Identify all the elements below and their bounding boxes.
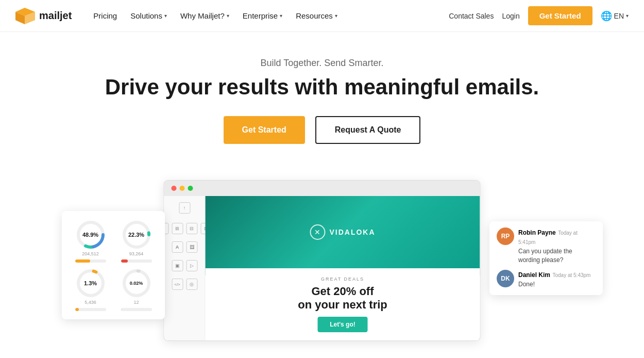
hero-section: Build Together. Send Smarter. Drive your… <box>0 32 644 180</box>
email-preview-area: ✕ VIDALOKA GREAT DEALS Get 20% off on yo… <box>206 196 480 340</box>
stat-click-rate: 22.3% 93,264 <box>116 219 157 263</box>
stat4-value: 0.02% <box>130 281 143 286</box>
hero-request-quote-button[interactable]: Request A Quote <box>315 116 421 144</box>
chat-bubble-2: Daniel Kim Today at 5:43pm Done! <box>518 270 596 289</box>
stat2-sub: 93,264 <box>129 251 144 256</box>
chat-text-2: Done! <box>518 280 596 289</box>
stat4-sub: 12 <box>133 300 139 305</box>
stat1-bar <box>75 259 106 263</box>
hero-title: Drive your results with meaningful email… <box>10 75 634 100</box>
stat-open-rate: 48.9% 204,512 <box>70 219 111 263</box>
stat-bounce-rate: 1.3% 5,436 <box>70 268 111 311</box>
deal-label: GREAT DEALS <box>321 276 364 282</box>
stat1-bar-fill <box>75 259 90 263</box>
tool-code-icon[interactable]: </> <box>172 279 183 290</box>
nav-enterprise[interactable]: Enterprise ▾ <box>238 7 287 24</box>
stat2-value: 22.3% <box>128 232 144 238</box>
tool-button-icon[interactable]: ▣ <box>172 260 183 271</box>
solutions-dropdown-arrow: ▾ <box>164 13 167 19</box>
screenshots-area: 48.9% 204,512 22.3% 93,264 <box>0 180 644 350</box>
stat1-value: 48.9% <box>82 232 98 238</box>
tool-social-icon[interactable]: ◎ <box>186 279 197 290</box>
vidaloka-email-header: ✕ VIDALOKA <box>206 196 480 268</box>
stat2-bar <box>121 259 152 263</box>
stat-unsub-rate: 0.02% 12 <box>116 268 157 311</box>
language-dropdown-arrow: ▾ <box>626 13 629 19</box>
chat-widget: RP Robin Payne Today at 5:41pm Can you u… <box>489 221 603 295</box>
stat3-bar <box>75 308 106 311</box>
tool-row-2: A 🖼 <box>172 241 197 253</box>
browser-dot-yellow <box>180 186 185 191</box>
logo-text: mailjet <box>39 10 72 22</box>
nav-pricing[interactable]: Pricing <box>88 7 122 24</box>
logo[interactable]: mailjet <box>15 8 72 24</box>
main-nav: Pricing Solutions ▾ Why Mailjet? ▾ Enter… <box>88 7 449 24</box>
chat-message-1: RP Robin Payne Today at 5:41pm Can you u… <box>497 227 596 265</box>
vidaloka-icon: ✕ <box>310 224 325 240</box>
hero-subtitle: Build Together. Send Smarter. <box>10 58 634 69</box>
enterprise-dropdown-arrow: ▾ <box>280 13 282 19</box>
tool-grid2-icon[interactable]: ⊞ <box>172 223 183 234</box>
chat-avatar-dk: DK <box>497 270 514 287</box>
analytics-card: 48.9% 204,512 22.3% 93,264 <box>62 211 165 319</box>
chat-text-1: Can you update the wording please? <box>518 247 596 265</box>
why-mailjet-dropdown-arrow: ▾ <box>227 13 229 19</box>
browser-bar <box>164 181 480 196</box>
tool-row-3: ▣ ▷ <box>172 260 197 271</box>
vidaloka-brand-name: VIDALOKA <box>329 228 375 236</box>
email-editor-sidebar: ↑ ☐ ⊞ ⊟ ⊠ A 🖼 ▣ ▷ </> ◎ <box>164 196 206 340</box>
header-get-started-button[interactable]: Get Started <box>528 6 592 25</box>
tool-image-icon[interactable]: 🖼 <box>186 241 197 253</box>
browser-dot-red <box>172 186 177 191</box>
hero-get-started-button[interactable]: Get Started <box>224 116 305 144</box>
stat2-bar-fill <box>121 259 128 263</box>
stat1-sub: 204,512 <box>82 251 99 256</box>
tool-row-4: </> ◎ <box>172 279 197 290</box>
chat-avatar-rp: RP <box>497 227 514 245</box>
stat4-bar <box>121 308 152 311</box>
stat3-value: 1.3% <box>84 280 97 286</box>
tool-text-icon[interactable]: A <box>172 241 183 253</box>
tool-upload-icon[interactable]: ↑ <box>179 202 190 214</box>
email-preview-content: ✕ VIDALOKA GREAT DEALS Get 20% off on yo… <box>206 196 480 340</box>
browser-content: ↑ ☐ ⊞ ⊟ ⊠ A 🖼 ▣ ▷ </> ◎ <box>164 196 480 340</box>
login-button[interactable]: Login <box>502 12 519 20</box>
stat3-sub: 5,436 <box>84 300 96 305</box>
vidaloka-logo: ✕ VIDALOKA <box>310 224 375 240</box>
browser-dot-green <box>188 186 193 191</box>
stat3-bar-fill <box>75 308 79 311</box>
chat-name-2: Daniel Kim Today at 5:43pm <box>518 270 596 279</box>
deal-cta-button[interactable]: Let's go! <box>317 317 368 332</box>
contact-sales-link[interactable]: Contact Sales <box>449 12 494 20</box>
tool-row-1: ☐ ⊞ ⊟ ⊠ <box>164 223 212 234</box>
stat4-bar-fill <box>121 308 122 311</box>
main-header: mailjet Pricing Solutions ▾ Why Mailjet?… <box>0 0 644 32</box>
nav-why-mailjet[interactable]: Why Mailjet? ▾ <box>175 7 234 24</box>
globe-icon: 🌐 <box>601 10 612 22</box>
resources-dropdown-arrow: ▾ <box>335 13 337 19</box>
header-right: Contact Sales Login Get Started 🌐 EN ▾ <box>449 6 629 25</box>
nav-resources[interactable]: Resources ▾ <box>291 7 343 24</box>
language-selector[interactable]: 🌐 EN ▾ <box>601 10 629 22</box>
hero-buttons: Get Started Request A Quote <box>10 116 634 144</box>
chat-bubble-1: Robin Payne Today at 5:41pm Can you upda… <box>518 227 596 265</box>
browser-mockup: ↑ ☐ ⊞ ⊟ ⊠ A 🖼 ▣ ▷ </> ◎ <box>164 180 481 341</box>
tool-video-icon[interactable]: ▷ <box>186 260 197 271</box>
email-body: GREAT DEALS Get 20% off on your next tri… <box>206 268 480 341</box>
tool-grid3-icon[interactable]: ⊟ <box>186 223 197 234</box>
nav-solutions[interactable]: Solutions ▾ <box>125 7 172 24</box>
deal-title: Get 20% off on your next trip <box>298 285 387 312</box>
chat-name-1: Robin Payne Today at 5:41pm <box>518 227 596 246</box>
chat-message-2: DK Daniel Kim Today at 5:43pm Done! <box>497 270 596 289</box>
